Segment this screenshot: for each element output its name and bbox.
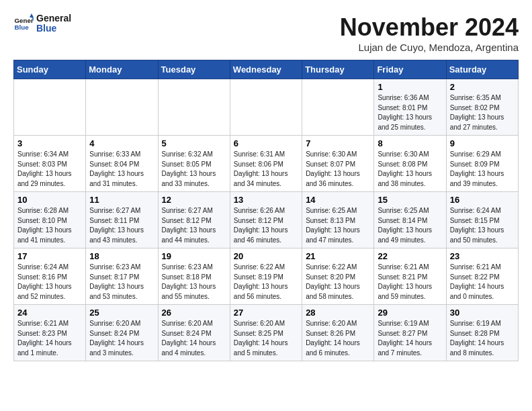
logo-text: General Blue xyxy=(36,13,71,34)
calendar-cell xyxy=(86,79,158,136)
day-number: 26 xyxy=(162,308,226,318)
weekday-header: Monday xyxy=(86,60,158,79)
day-number: 9 xyxy=(450,138,515,148)
calendar-cell: 29Sunrise: 6:19 AM Sunset: 8:27 PM Dayli… xyxy=(374,305,446,361)
weekday-header: Saturday xyxy=(446,60,518,79)
day-content: Sunrise: 6:20 AM Sunset: 8:24 PM Dayligh… xyxy=(89,319,154,358)
calendar-cell: 22Sunrise: 6:21 AM Sunset: 8:21 PM Dayli… xyxy=(374,248,446,305)
day-number: 18 xyxy=(89,251,154,261)
weekday-header: Friday xyxy=(374,60,446,79)
weekday-header: Thursday xyxy=(302,60,374,79)
day-number: 5 xyxy=(162,138,226,148)
day-number: 14 xyxy=(306,195,370,205)
calendar-cell: 10Sunrise: 6:28 AM Sunset: 8:10 PM Dayli… xyxy=(14,192,86,248)
day-number: 4 xyxy=(89,138,154,148)
calendar: SundayMondayTuesdayWednesdayThursdayFrid… xyxy=(13,60,519,361)
day-number: 28 xyxy=(306,308,370,318)
day-number: 1 xyxy=(378,82,442,92)
day-content: Sunrise: 6:28 AM Sunset: 8:10 PM Dayligh… xyxy=(17,206,82,245)
day-content: Sunrise: 6:25 AM Sunset: 8:14 PM Dayligh… xyxy=(378,206,442,245)
calendar-cell: 20Sunrise: 6:22 AM Sunset: 8:19 PM Dayli… xyxy=(230,248,302,305)
day-number: 17 xyxy=(17,251,82,261)
day-content: Sunrise: 6:22 AM Sunset: 8:19 PM Dayligh… xyxy=(234,263,298,302)
day-number: 25 xyxy=(89,308,154,318)
day-content: Sunrise: 6:21 AM Sunset: 8:23 PM Dayligh… xyxy=(17,319,82,358)
weekday-header: Wednesday xyxy=(230,60,302,79)
calendar-cell: 12Sunrise: 6:27 AM Sunset: 8:12 PM Dayli… xyxy=(158,192,230,248)
weekday-header: Tuesday xyxy=(158,60,230,79)
calendar-cell: 13Sunrise: 6:26 AM Sunset: 8:12 PM Dayli… xyxy=(230,192,302,248)
calendar-cell: 11Sunrise: 6:27 AM Sunset: 8:11 PM Dayli… xyxy=(86,192,158,248)
day-content: Sunrise: 6:27 AM Sunset: 8:12 PM Dayligh… xyxy=(162,206,226,245)
svg-marker-2 xyxy=(30,13,34,17)
calendar-week-row: 17Sunrise: 6:24 AM Sunset: 8:16 PM Dayli… xyxy=(14,248,519,305)
day-number: 21 xyxy=(306,251,370,261)
day-number: 27 xyxy=(234,308,298,318)
day-number: 24 xyxy=(17,308,82,318)
calendar-cell: 6Sunrise: 6:31 AM Sunset: 8:06 PM Daylig… xyxy=(230,136,302,192)
day-content: Sunrise: 6:19 AM Sunset: 8:28 PM Dayligh… xyxy=(450,319,515,358)
calendar-cell: 16Sunrise: 6:24 AM Sunset: 8:15 PM Dayli… xyxy=(446,192,518,248)
calendar-week-row: 3Sunrise: 6:34 AM Sunset: 8:03 PM Daylig… xyxy=(14,136,519,192)
day-content: Sunrise: 6:20 AM Sunset: 8:24 PM Dayligh… xyxy=(162,319,226,358)
day-content: Sunrise: 6:20 AM Sunset: 8:26 PM Dayligh… xyxy=(306,319,370,358)
calendar-cell: 14Sunrise: 6:25 AM Sunset: 8:13 PM Dayli… xyxy=(302,192,374,248)
calendar-cell: 27Sunrise: 6:20 AM Sunset: 8:25 PM Dayli… xyxy=(230,305,302,361)
calendar-cell: 19Sunrise: 6:23 AM Sunset: 8:18 PM Dayli… xyxy=(158,248,230,305)
calendar-cell: 26Sunrise: 6:20 AM Sunset: 8:24 PM Dayli… xyxy=(158,305,230,361)
day-content: Sunrise: 6:23 AM Sunset: 8:17 PM Dayligh… xyxy=(89,263,154,302)
day-number: 6 xyxy=(234,138,298,148)
calendar-cell: 28Sunrise: 6:20 AM Sunset: 8:26 PM Dayli… xyxy=(302,305,374,361)
day-content: Sunrise: 6:19 AM Sunset: 8:27 PM Dayligh… xyxy=(378,319,442,358)
calendar-cell: 21Sunrise: 6:22 AM Sunset: 8:20 PM Dayli… xyxy=(302,248,374,305)
weekday-header: Sunday xyxy=(14,60,86,79)
day-number: 22 xyxy=(378,251,442,261)
day-content: Sunrise: 6:25 AM Sunset: 8:13 PM Dayligh… xyxy=(306,206,370,245)
day-content: Sunrise: 6:24 AM Sunset: 8:15 PM Dayligh… xyxy=(450,206,515,245)
calendar-cell: 9Sunrise: 6:29 AM Sunset: 8:09 PM Daylig… xyxy=(446,136,518,192)
calendar-cell: 18Sunrise: 6:23 AM Sunset: 8:17 PM Dayli… xyxy=(86,248,158,305)
day-content: Sunrise: 6:27 AM Sunset: 8:11 PM Dayligh… xyxy=(89,206,154,245)
calendar-cell xyxy=(158,79,230,136)
day-number: 23 xyxy=(450,251,515,261)
day-number: 16 xyxy=(450,195,515,205)
calendar-cell xyxy=(302,79,374,136)
month-year: November 2024 xyxy=(340,13,519,42)
day-content: Sunrise: 6:22 AM Sunset: 8:20 PM Dayligh… xyxy=(306,263,370,302)
day-number: 12 xyxy=(162,195,226,205)
day-content: Sunrise: 6:21 AM Sunset: 8:21 PM Dayligh… xyxy=(378,263,442,302)
calendar-cell: 17Sunrise: 6:24 AM Sunset: 8:16 PM Dayli… xyxy=(14,248,86,305)
calendar-cell: 2Sunrise: 6:35 AM Sunset: 8:02 PM Daylig… xyxy=(446,79,518,136)
day-content: Sunrise: 6:35 AM Sunset: 8:02 PM Dayligh… xyxy=(450,93,515,132)
day-number: 11 xyxy=(89,195,154,205)
day-content: Sunrise: 6:29 AM Sunset: 8:09 PM Dayligh… xyxy=(450,150,515,189)
day-number: 10 xyxy=(17,195,82,205)
calendar-week-row: 24Sunrise: 6:21 AM Sunset: 8:23 PM Dayli… xyxy=(14,305,519,361)
calendar-cell: 23Sunrise: 6:21 AM Sunset: 8:22 PM Dayli… xyxy=(446,248,518,305)
day-content: Sunrise: 6:26 AM Sunset: 8:12 PM Dayligh… xyxy=(234,206,298,245)
location: Lujan de Cuyo, Mendoza, Argentina xyxy=(340,42,519,53)
title-block: November 2024 Lujan de Cuyo, Mendoza, Ar… xyxy=(340,13,519,53)
calendar-body: 1Sunrise: 6:36 AM Sunset: 8:01 PM Daylig… xyxy=(14,79,519,361)
calendar-week-row: 1Sunrise: 6:36 AM Sunset: 8:01 PM Daylig… xyxy=(14,79,519,136)
calendar-cell: 24Sunrise: 6:21 AM Sunset: 8:23 PM Dayli… xyxy=(14,305,86,361)
calendar-cell: 4Sunrise: 6:33 AM Sunset: 8:04 PM Daylig… xyxy=(86,136,158,192)
day-content: Sunrise: 6:23 AM Sunset: 8:18 PM Dayligh… xyxy=(162,263,226,302)
day-number: 15 xyxy=(378,195,442,205)
calendar-cell: 5Sunrise: 6:32 AM Sunset: 8:05 PM Daylig… xyxy=(158,136,230,192)
logo-line1: General xyxy=(36,13,71,24)
calendar-cell: 7Sunrise: 6:30 AM Sunset: 8:07 PM Daylig… xyxy=(302,136,374,192)
calendar-cell: 3Sunrise: 6:34 AM Sunset: 8:03 PM Daylig… xyxy=(14,136,86,192)
day-content: Sunrise: 6:32 AM Sunset: 8:05 PM Dayligh… xyxy=(162,150,226,189)
calendar-cell: 30Sunrise: 6:19 AM Sunset: 8:28 PM Dayli… xyxy=(446,305,518,361)
day-number: 2 xyxy=(450,82,515,92)
day-content: Sunrise: 6:31 AM Sunset: 8:06 PM Dayligh… xyxy=(234,150,298,189)
day-content: Sunrise: 6:21 AM Sunset: 8:22 PM Dayligh… xyxy=(450,263,515,302)
calendar-cell xyxy=(230,79,302,136)
day-content: Sunrise: 6:20 AM Sunset: 8:25 PM Dayligh… xyxy=(234,319,298,358)
day-number: 8 xyxy=(378,138,442,148)
svg-text:Blue: Blue xyxy=(15,24,30,31)
day-number: 30 xyxy=(450,308,515,318)
calendar-cell: 15Sunrise: 6:25 AM Sunset: 8:14 PM Dayli… xyxy=(374,192,446,248)
logo: General Blue General Blue xyxy=(13,13,71,34)
